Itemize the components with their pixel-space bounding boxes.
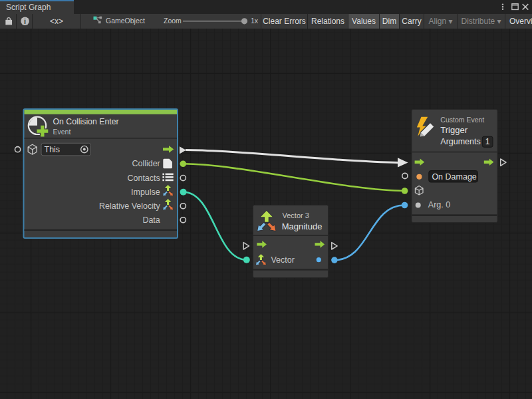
svg-text:On Collision Enter: On Collision Enter <box>53 117 119 126</box>
svg-text:Zoom: Zoom <box>164 17 182 25</box>
svg-text:Arguments: Arguments <box>440 137 480 146</box>
svg-text:Relative Velocity: Relative Velocity <box>99 201 160 211</box>
svg-text:Contacts: Contacts <box>127 174 160 183</box>
svg-text:Vector: Vector <box>271 255 294 265</box>
svg-text:This: This <box>45 145 61 154</box>
svg-text:1x: 1x <box>251 17 259 25</box>
svg-text:i: i <box>24 17 26 25</box>
svg-text:Vector 3: Vector 3 <box>283 211 309 219</box>
svg-text:1: 1 <box>485 137 490 146</box>
svg-text:Trigger: Trigger <box>440 125 467 135</box>
svg-text:Impulse: Impulse <box>131 188 160 197</box>
svg-text:Event: Event <box>53 128 71 136</box>
svg-text:Data: Data <box>142 215 160 225</box>
svg-text:Magnitude: Magnitude <box>282 221 323 231</box>
svg-text:On Damage: On Damage <box>432 172 476 182</box>
svg-text:<x>: <x> <box>50 17 63 26</box>
svg-text:Arg. 0: Arg. 0 <box>428 200 450 209</box>
svg-text:GameObject: GameObject <box>106 17 145 25</box>
svg-text:Collider: Collider <box>132 159 160 168</box>
svg-text:Custom Event: Custom Event <box>440 116 484 124</box>
